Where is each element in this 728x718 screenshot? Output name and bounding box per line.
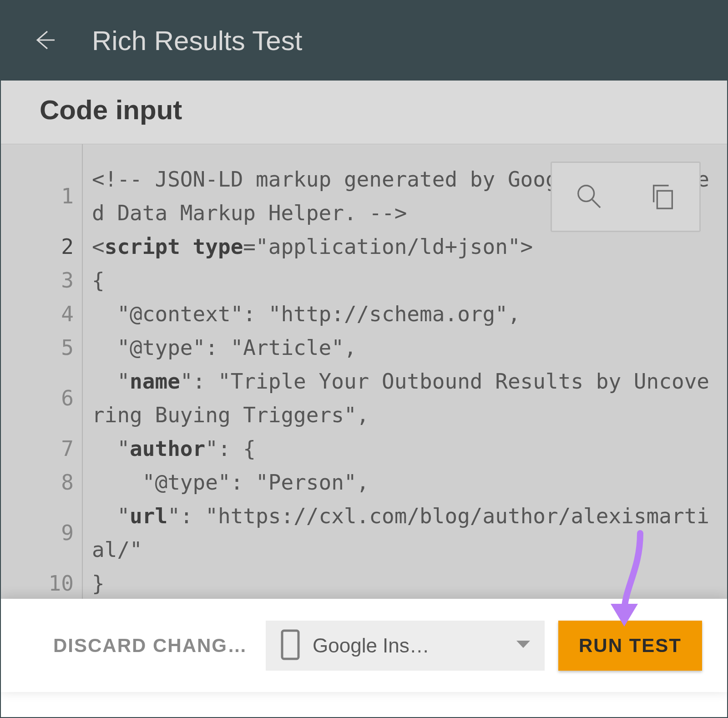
footer-bar: DISCARD CHANG… Google Ins… RUN TEST bbox=[1, 599, 727, 692]
line-number: 3 bbox=[1, 263, 82, 297]
line-number: 4 bbox=[1, 297, 82, 331]
search-icon[interactable] bbox=[575, 182, 603, 212]
line-number: 5 bbox=[1, 331, 82, 364]
code-line: "name": "Triple Your Outbound Results by… bbox=[92, 364, 718, 432]
section-header: Code input bbox=[1, 81, 727, 144]
code-line: "@type": "Article", bbox=[92, 331, 718, 364]
svg-rect-1 bbox=[657, 191, 672, 208]
code-line: { bbox=[92, 263, 718, 297]
back-arrow-icon bbox=[33, 29, 56, 53]
back-button[interactable] bbox=[28, 25, 60, 57]
line-number: 6 bbox=[1, 364, 82, 432]
smartphone-icon bbox=[279, 629, 301, 662]
chevron-down-icon bbox=[516, 640, 531, 652]
section-title: Code input bbox=[40, 94, 700, 126]
line-number: 8 bbox=[1, 465, 82, 499]
code-editor[interactable]: 12345678910 <!-- JSON-LD markup generate… bbox=[1, 144, 727, 599]
code-line: } bbox=[92, 566, 718, 599]
code-line: "url": "https://cxl.com/blog/author/alex… bbox=[92, 499, 718, 566]
code-line: "@context": "http://schema.org", bbox=[92, 297, 718, 331]
line-number: 10 bbox=[1, 566, 82, 600]
device-label: Google Ins… bbox=[313, 634, 504, 657]
line-number: 9 bbox=[1, 499, 82, 566]
app-header: Rich Results Test bbox=[1, 1, 727, 81]
line-number: 1 bbox=[1, 162, 82, 230]
line-number: 7 bbox=[1, 432, 82, 465]
copy-icon[interactable] bbox=[648, 182, 677, 212]
line-number: 2 bbox=[1, 230, 82, 263]
svg-point-0 bbox=[578, 185, 594, 201]
run-test-button[interactable]: RUN TEST bbox=[558, 621, 702, 671]
code-line: <script type="application/ld+json"> bbox=[92, 230, 718, 263]
code-line: "@type": "Person", bbox=[92, 465, 718, 499]
line-gutter: 12345678910 bbox=[1, 144, 83, 599]
device-select[interactable]: Google Ins… bbox=[266, 621, 545, 671]
page-title: Rich Results Test bbox=[92, 25, 302, 56]
discard-button[interactable]: DISCARD CHANG… bbox=[53, 635, 248, 657]
svg-rect-2 bbox=[282, 631, 298, 659]
code-line: "author": { bbox=[92, 432, 718, 465]
code-toolbar bbox=[551, 162, 701, 232]
